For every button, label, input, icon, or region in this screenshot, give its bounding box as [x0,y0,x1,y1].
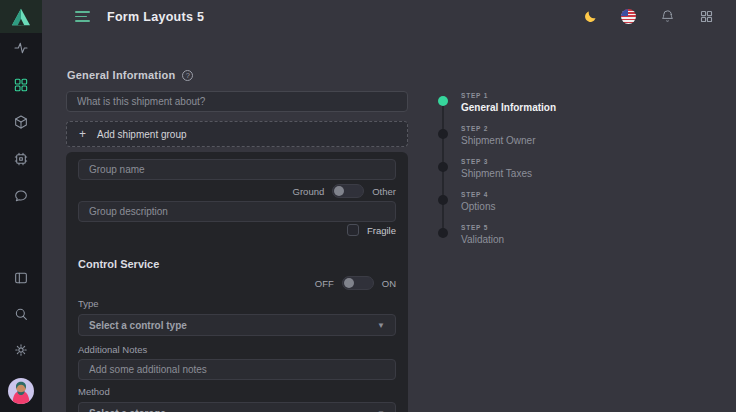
on-label: ON [382,278,396,289]
sidebar [0,0,42,412]
form-stepper: STEP 1 General Information STEP 2 Shipme… [438,0,688,412]
step-title: Shipment Owner [461,135,535,146]
settings-gear-icon[interactable] [13,342,29,358]
app-logo[interactable] [0,0,42,33]
toggle-knob [334,186,344,196]
notes-label: Additional Notes [78,344,396,355]
off-label: OFF [315,278,334,289]
shipping-mode-toggle-row: Ground Other [78,184,396,198]
layout-icon[interactable] [13,270,29,286]
control-service-toggle[interactable] [342,276,374,290]
apps-menu-icon[interactable] [698,9,714,25]
shipping-mode-toggle[interactable] [332,184,364,198]
shipment-group-card: Ground Other Fragile Control Service OFF… [66,152,408,412]
step-dot [438,228,448,238]
shipment-about-input[interactable] [66,91,408,112]
step-item-2[interactable]: STEP 2 Shipment Owner [438,125,535,146]
search-icon[interactable] [13,306,29,322]
step-title: Shipment Taxes [461,168,532,179]
step-dot [438,96,448,106]
step-dot [438,129,448,139]
add-shipment-group-button[interactable]: + Add shipment group [66,121,408,147]
step-title: General Information [461,102,556,113]
step-number: STEP 4 [461,191,495,198]
step-number: STEP 2 [461,125,535,132]
fragile-checkbox[interactable] [347,224,359,236]
cube-icon[interactable] [13,114,29,130]
step-title: Validation [461,234,504,245]
menu-icon[interactable] [75,11,90,22]
chevron-down-icon: ▼ [377,321,385,330]
step-number: STEP 1 [461,92,556,99]
method-label: Method [78,386,396,397]
fragile-label: Fragile [367,225,396,236]
additional-notes-input[interactable] [78,359,396,380]
fragile-row: Fragile [78,224,396,236]
sidebar-nav-icons [0,40,42,204]
control-type-value: Select a control type [89,320,187,331]
section-title: General Information [67,69,175,81]
group-name-input[interactable] [78,159,396,180]
toggle-knob [344,278,354,288]
type-label: Type [78,298,396,309]
chat-icon[interactable] [13,188,29,204]
chip-icon[interactable] [13,151,29,167]
page-title: Form Layouts 5 [107,10,204,24]
step-item-1[interactable]: STEP 1 General Information [438,92,556,113]
toggle-left-label: Ground [293,186,325,197]
add-shipment-group-label: Add shipment group [97,129,187,140]
toggle-right-label: Other [372,186,396,197]
step-dot [438,162,448,172]
step-item-4[interactable]: STEP 4 Options [438,191,495,212]
step-item-5[interactable]: STEP 5 Validation [438,224,504,245]
section-header: General Information ? [67,69,193,81]
logo-triangle-icon [11,8,31,26]
step-number: STEP 5 [461,224,504,231]
activity-icon[interactable] [13,40,29,56]
step-item-3[interactable]: STEP 3 Shipment Taxes [438,158,532,179]
grid-icon[interactable] [13,77,29,93]
control-type-select[interactable]: Select a control type ▼ [78,314,396,336]
step-dot [438,195,448,205]
storage-method-value: Select a storage [89,408,166,412]
user-avatar[interactable] [8,378,34,404]
chevron-down-icon: ▼ [377,409,385,412]
step-title: Options [461,201,495,212]
sidebar-utility-icons [0,270,42,404]
step-number: STEP 3 [461,158,532,165]
control-service-title: Control Service [78,258,396,270]
help-icon[interactable]: ? [182,70,193,81]
plus-icon: + [79,128,86,140]
storage-method-select[interactable]: Select a storage ▼ [78,402,396,412]
group-description-input[interactable] [78,201,396,222]
control-service-toggle-row: OFF ON [78,276,396,290]
